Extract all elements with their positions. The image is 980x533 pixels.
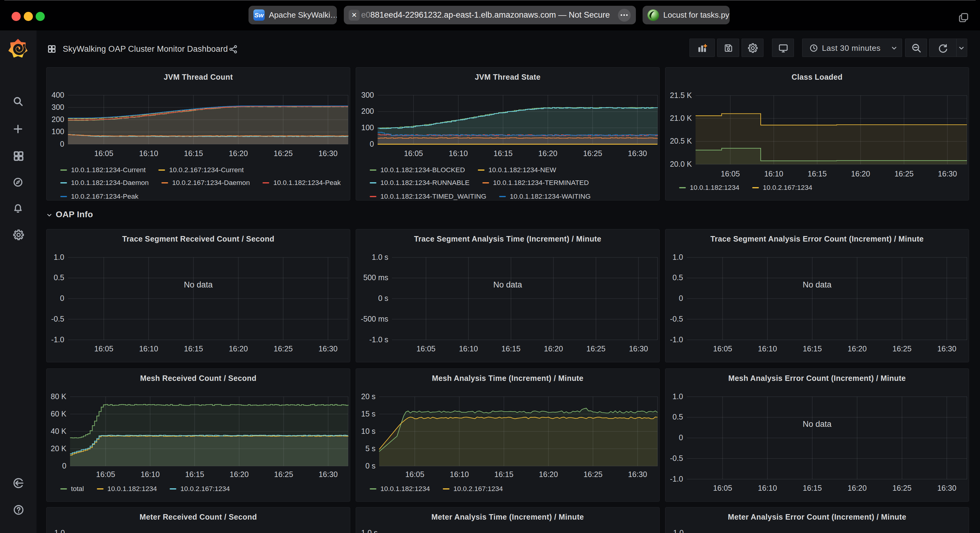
- svg-text:16:30: 16:30: [318, 344, 338, 353]
- svg-text:16:10: 16:10: [141, 470, 160, 479]
- svg-text:16:10: 16:10: [758, 484, 777, 492]
- svg-text:300: 300: [51, 103, 64, 111]
- svg-text:-0.5: -0.5: [670, 314, 683, 323]
- svg-text:16:05: 16:05: [721, 170, 740, 178]
- svg-text:16:25: 16:25: [274, 344, 293, 353]
- svg-text:1.0 s: 1.0 s: [361, 528, 378, 533]
- svg-text:16:20: 16:20: [848, 484, 867, 492]
- svg-text:16:20: 16:20: [229, 344, 248, 353]
- svg-text:16:30: 16:30: [937, 344, 956, 353]
- svg-text:16:30: 16:30: [937, 484, 956, 492]
- svg-text:15 s: 15 s: [361, 409, 375, 418]
- svg-text:60 K: 60 K: [51, 409, 67, 418]
- svg-text:-1.0: -1.0: [670, 474, 683, 483]
- svg-text:16:20: 16:20: [544, 344, 563, 353]
- svg-text:16:25: 16:25: [587, 344, 606, 353]
- svg-text:16:25: 16:25: [274, 470, 293, 479]
- svg-text:200: 200: [361, 107, 374, 115]
- svg-text:100: 100: [51, 127, 64, 136]
- svg-text:16:05: 16:05: [96, 470, 115, 479]
- svg-text:20 s: 20 s: [361, 392, 375, 401]
- svg-text:1.0: 1.0: [672, 392, 683, 401]
- svg-text:-500 ms: -500 ms: [361, 314, 388, 323]
- svg-text:0 s: 0 s: [366, 462, 375, 470]
- svg-text:16:20: 16:20: [851, 170, 870, 178]
- svg-text:16:30: 16:30: [318, 149, 338, 158]
- svg-text:40 K: 40 K: [51, 427, 67, 435]
- svg-text:16:30: 16:30: [628, 470, 647, 479]
- svg-text:0: 0: [370, 140, 374, 148]
- svg-text:400: 400: [51, 90, 64, 99]
- svg-text:5 s: 5 s: [366, 444, 375, 453]
- svg-text:16:10: 16:10: [758, 344, 777, 353]
- svg-text:16:20: 16:20: [229, 149, 248, 158]
- svg-text:16:05: 16:05: [713, 344, 732, 353]
- svg-text:16:10: 16:10: [449, 149, 468, 158]
- svg-text:16:15: 16:15: [501, 344, 521, 353]
- svg-text:16:25: 16:25: [274, 149, 293, 158]
- svg-text:20.0 K: 20.0 K: [670, 160, 692, 168]
- svg-text:16:20: 16:20: [538, 149, 558, 158]
- svg-text:16:10: 16:10: [139, 344, 158, 353]
- svg-text:1.0: 1.0: [54, 253, 64, 261]
- svg-text:80 K: 80 K: [51, 392, 67, 401]
- svg-text:16:05: 16:05: [404, 149, 423, 158]
- svg-text:16:25: 16:25: [892, 484, 912, 492]
- svg-text:16:15: 16:15: [803, 484, 822, 492]
- svg-text:0: 0: [60, 140, 64, 148]
- svg-text:16:30: 16:30: [318, 470, 338, 479]
- svg-text:-1.0: -1.0: [51, 335, 64, 344]
- svg-text:16:20: 16:20: [848, 344, 867, 353]
- svg-text:16:30: 16:30: [628, 149, 647, 158]
- svg-text:16:30: 16:30: [629, 344, 648, 353]
- svg-text:0: 0: [62, 462, 67, 470]
- svg-text:-1.0 s: -1.0 s: [369, 335, 388, 344]
- svg-text:0: 0: [679, 433, 683, 442]
- svg-text:16:05: 16:05: [405, 470, 425, 479]
- svg-text:16:10: 16:10: [139, 149, 158, 158]
- svg-text:-1.0: -1.0: [670, 335, 683, 344]
- svg-text:16:05: 16:05: [94, 149, 114, 158]
- svg-text:16:30: 16:30: [938, 170, 957, 178]
- svg-text:16:10: 16:10: [450, 470, 469, 479]
- svg-text:20.5 K: 20.5 K: [670, 136, 692, 145]
- svg-text:16:25: 16:25: [583, 149, 602, 158]
- svg-text:21.0 K: 21.0 K: [670, 114, 692, 122]
- svg-text:1.0 s: 1.0 s: [372, 253, 388, 261]
- svg-text:200: 200: [51, 115, 64, 124]
- svg-text:21.5 K: 21.5 K: [670, 91, 692, 100]
- svg-text:1.0: 1.0: [673, 528, 684, 533]
- svg-text:0: 0: [60, 294, 64, 302]
- svg-text:16:10: 16:10: [459, 344, 478, 353]
- svg-text:10 s: 10 s: [361, 427, 375, 435]
- svg-text:16:20: 16:20: [230, 470, 249, 479]
- svg-text:16:15: 16:15: [808, 170, 827, 178]
- svg-text:16:25: 16:25: [584, 470, 603, 479]
- svg-text:0 s: 0 s: [378, 294, 388, 302]
- svg-text:-0.5: -0.5: [51, 314, 64, 323]
- svg-text:0: 0: [679, 294, 683, 302]
- svg-text:1.0: 1.0: [54, 528, 65, 533]
- svg-text:300: 300: [361, 90, 374, 99]
- svg-text:16:05: 16:05: [713, 484, 732, 492]
- svg-text:16:20: 16:20: [539, 470, 558, 479]
- svg-text:16:25: 16:25: [892, 344, 912, 353]
- svg-text:16:10: 16:10: [764, 170, 783, 178]
- svg-text:16:15: 16:15: [494, 470, 514, 479]
- svg-text:20 K: 20 K: [51, 444, 67, 453]
- svg-text:16:15: 16:15: [803, 344, 822, 353]
- svg-text:16:15: 16:15: [494, 149, 513, 158]
- svg-text:16:05: 16:05: [416, 344, 436, 353]
- svg-text:100: 100: [361, 123, 374, 132]
- svg-text:16:15: 16:15: [184, 344, 203, 353]
- svg-text:16:05: 16:05: [94, 344, 114, 353]
- svg-text:1.0: 1.0: [672, 253, 683, 261]
- svg-text:16:15: 16:15: [185, 470, 204, 479]
- svg-text:-0.5: -0.5: [670, 454, 683, 462]
- svg-text:16:25: 16:25: [894, 170, 913, 178]
- svg-text:16:15: 16:15: [184, 149, 203, 158]
